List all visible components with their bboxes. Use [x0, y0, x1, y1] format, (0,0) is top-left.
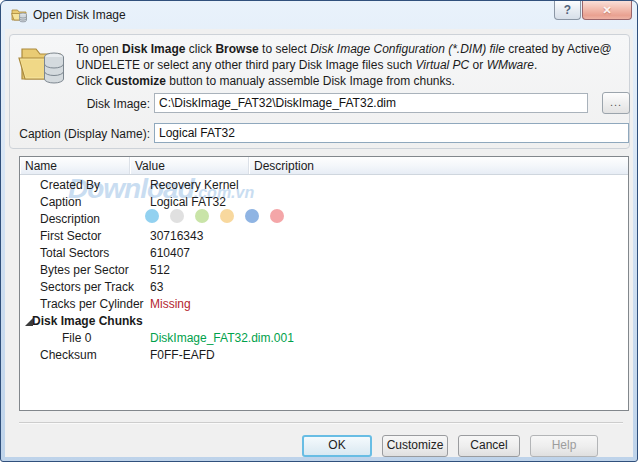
dialog-client-area: To open Disk Image click Browse to selec… [5, 29, 633, 457]
cancel-button[interactable]: Cancel [458, 435, 520, 457]
table-row[interactable]: Description [20, 211, 628, 228]
open-folder-disk-icon [18, 39, 70, 87]
column-header-name[interactable]: Name [20, 157, 130, 174]
table-row[interactable]: Sectors per Track63 [20, 279, 628, 296]
disk-image-label: Disk Image: [10, 97, 150, 111]
caption-label: Caption (Display Name): [10, 127, 150, 141]
help-icon[interactable]: ? [554, 1, 581, 20]
browse-button[interactable]: ... [602, 92, 630, 114]
folder-disk-icon [11, 7, 28, 23]
help-button[interactable]: Help [530, 435, 598, 457]
caption-input[interactable] [154, 123, 629, 143]
table-rows: Created ByRecovery Kernel CaptionLogical… [20, 177, 628, 364]
disk-image-group: To open Disk Image click Browse to selec… [9, 34, 630, 149]
table-row-file0[interactable]: File 0DiskImage_FAT32.dim.001 [20, 330, 628, 347]
table-row[interactable]: Created ByRecovery Kernel [20, 177, 628, 194]
column-header-value[interactable]: Value [130, 157, 249, 174]
table-header[interactable]: Name Value Description [20, 157, 628, 175]
close-icon[interactable]: ✕ [582, 1, 632, 20]
ok-button[interactable]: OK [302, 435, 372, 457]
caption-buttons: ? ✕ [554, 1, 632, 20]
title-bar[interactable]: Open Disk Image ? ✕ [1, 1, 637, 29]
table-row[interactable]: Bytes per Sector512 [20, 262, 628, 279]
table-row[interactable]: CaptionLogical FAT32 [20, 194, 628, 211]
footer-separator [19, 422, 623, 424]
open-disk-image-dialog: Open Disk Image ? ✕ To open Disk Image c… [0, 0, 638, 462]
table-row[interactable]: First Sector30716343 [20, 228, 628, 245]
table-row-tracks-per-cylinder[interactable]: Tracks per CylinderMissing [20, 296, 628, 313]
intro-text: To open Disk Image click Browse to selec… [76, 41, 632, 89]
customize-button[interactable]: Customize [382, 435, 448, 457]
properties-table[interactable]: Name Value Description Download.com.vn C… [19, 156, 629, 411]
table-row[interactable]: ChecksumF0FF-EAFD [20, 347, 628, 364]
table-row-disk-image-chunks[interactable]: Disk Image Chunks [20, 313, 628, 330]
expand-triangle-icon[interactable] [25, 318, 33, 326]
column-header-description[interactable]: Description [249, 157, 628, 174]
table-row[interactable]: Total Sectors610407 [20, 245, 628, 262]
disk-image-input[interactable] [154, 93, 588, 113]
window-title: Open Disk Image [33, 8, 126, 22]
